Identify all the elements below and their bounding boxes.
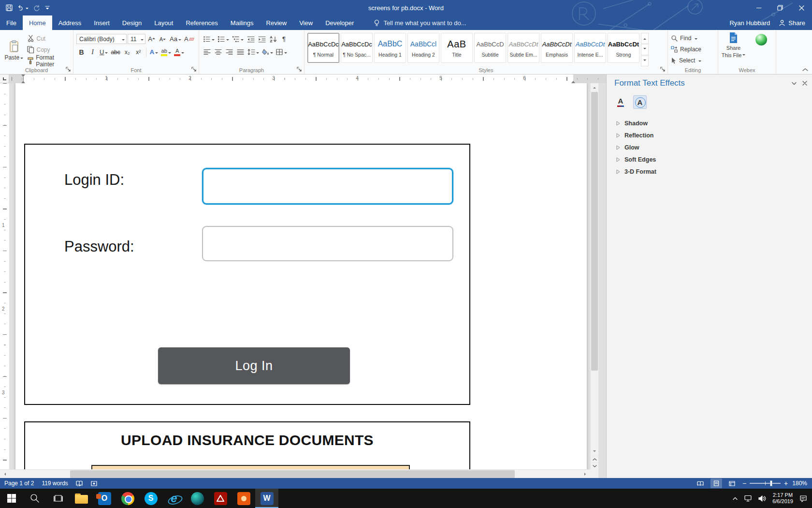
- vertical-scroll-thumb[interactable]: [591, 92, 598, 371]
- close-button[interactable]: [791, 0, 812, 15]
- internet-explorer-button[interactable]: [162, 489, 186, 508]
- next-page-button[interactable]: [591, 463, 598, 469]
- ribbon-tab[interactable]: Design: [116, 15, 148, 30]
- chrome-button[interactable]: [116, 489, 139, 508]
- password-field[interactable]: [202, 226, 453, 261]
- share-button[interactable]: Share: [779, 19, 805, 27]
- subscript-button[interactable]: x₂: [122, 47, 132, 58]
- find-button[interactable]: Find: [671, 33, 715, 43]
- shading-button[interactable]: [261, 47, 274, 58]
- orange-app-button[interactable]: [232, 489, 255, 508]
- ribbon-tab[interactable]: Address: [52, 15, 88, 30]
- vertical-scroll-track[interactable]: [591, 91, 598, 448]
- numbering-button[interactable]: [217, 34, 230, 45]
- align-left-button[interactable]: [202, 47, 212, 58]
- action-center-icon[interactable]: [799, 495, 807, 502]
- clear-formatting-button[interactable]: A: [183, 34, 195, 45]
- collapse-ribbon-button[interactable]: [802, 68, 808, 72]
- replace-button[interactable]: Replace: [671, 45, 715, 54]
- horizontal-scroll-track[interactable]: [8, 470, 581, 478]
- ribbon-tab[interactable]: Review: [260, 15, 293, 30]
- start-button[interactable]: [0, 489, 23, 508]
- strikethrough-button[interactable]: abc: [110, 47, 121, 58]
- zoom-level[interactable]: 180%: [792, 480, 807, 487]
- zoom-slider-thumb[interactable]: [770, 480, 772, 486]
- text-effects-button[interactable]: A: [149, 47, 159, 58]
- word-count[interactable]: 119 words: [42, 480, 68, 487]
- restore-button[interactable]: [769, 0, 791, 15]
- underline-button[interactable]: U: [99, 47, 109, 58]
- highlight-color-button[interactable]: ab: [160, 47, 172, 58]
- pane-close-button[interactable]: [802, 81, 807, 86]
- text-fill-outline-icon[interactable]: A: [614, 96, 627, 108]
- ribbon-tab[interactable]: Home: [23, 15, 52, 30]
- vertical-scrollbar[interactable]: [590, 83, 598, 469]
- first-line-indent-marker[interactable]: [21, 75, 25, 79]
- log-in-button[interactable]: Log In: [158, 347, 350, 384]
- scroll-down-button[interactable]: [591, 448, 598, 456]
- style-strong[interactable]: AaBbCcDtStrong: [608, 33, 639, 63]
- ribbon-tab[interactable]: File: [0, 15, 23, 30]
- macro-recording-icon[interactable]: [91, 481, 97, 486]
- outlook-button[interactable]: [93, 489, 116, 508]
- horizontal-scrollbar[interactable]: [0, 469, 590, 478]
- redo-button[interactable]: [32, 4, 41, 12]
- scroll-up-button[interactable]: [591, 83, 598, 91]
- style-subtitle[interactable]: AaBbCcDSubtitle: [474, 33, 506, 63]
- share-this-file-button[interactable]: Share This File: [721, 32, 746, 66]
- hidden-icons-chevron[interactable]: [732, 496, 738, 500]
- superscript-button[interactable]: x²: [133, 47, 144, 58]
- teal-app-button[interactable]: [186, 489, 209, 508]
- taskbar-clock[interactable]: 2:17 PM 6/6/2019: [772, 492, 793, 505]
- sort-button[interactable]: [268, 34, 278, 45]
- font-dialog-launcher[interactable]: [191, 67, 197, 72]
- print-layout-button[interactable]: [710, 478, 722, 488]
- change-case-button[interactable]: Aa: [169, 34, 182, 45]
- tell-me-box[interactable]: Tell me what you want to do...: [374, 15, 466, 30]
- select-button[interactable]: Select: [671, 56, 715, 65]
- borders-button[interactable]: [275, 47, 288, 58]
- previous-page-button[interactable]: [591, 456, 598, 463]
- zoom-out-button[interactable]: −: [742, 481, 746, 486]
- ribbon-tab[interactable]: View: [293, 15, 319, 30]
- styles-scroll-down-button[interactable]: [641, 44, 649, 55]
- show-formatting-marks-button[interactable]: ¶: [279, 34, 289, 45]
- pane-section[interactable]: Reflection: [607, 129, 812, 141]
- font-color-button[interactable]: A: [173, 47, 185, 58]
- grow-font-button[interactable]: A: [146, 34, 157, 45]
- pane-section[interactable]: Soft Edges: [607, 153, 812, 165]
- ribbon-tab[interactable]: Mailings: [224, 15, 260, 30]
- align-center-button[interactable]: [213, 47, 223, 58]
- ribbon-tab[interactable]: Layout: [148, 15, 179, 30]
- tab-stop-selector[interactable]: [0, 75, 9, 83]
- ribbon-tab[interactable]: Developer: [319, 15, 360, 30]
- styles-dialog-launcher[interactable]: [660, 67, 666, 72]
- style-title[interactable]: AaBTitle: [441, 33, 473, 63]
- horizontal-scroll-thumb[interactable]: [70, 470, 515, 478]
- bold-button[interactable]: B: [76, 47, 87, 58]
- shrink-font-button[interactable]: A: [158, 34, 168, 45]
- signed-in-user[interactable]: Ryan Hubbard: [729, 19, 770, 27]
- document-page[interactable]: Login ID: Password: Log In UPLOAD INSURA…: [15, 83, 587, 478]
- decrease-indent-button[interactable]: [246, 34, 256, 45]
- pane-menu-arrow-icon[interactable]: [792, 82, 797, 85]
- minimize-button[interactable]: [748, 0, 769, 15]
- style-subtle-emphasis[interactable]: AaBbCcDtSubtle Em...: [508, 33, 539, 63]
- line-spacing-button[interactable]: [246, 47, 260, 58]
- skype-button[interactable]: [139, 489, 162, 508]
- network-icon[interactable]: [744, 495, 752, 502]
- customize-qat-button[interactable]: [44, 4, 51, 11]
- align-right-button[interactable]: [224, 47, 234, 58]
- multilevel-list-button[interactable]: [231, 34, 245, 45]
- style-no-spacing[interactable]: AaBbCcDc¶ No Spac...: [341, 33, 373, 63]
- pane-section[interactable]: Glow: [607, 141, 812, 153]
- read-mode-button[interactable]: [695, 478, 706, 488]
- text-effects-icon[interactable]: A: [634, 96, 646, 108]
- ribbon-tab[interactable]: Insert: [87, 15, 116, 30]
- font-size-combo[interactable]: 11: [128, 34, 145, 44]
- styles-scroll-up-button[interactable]: [641, 33, 649, 44]
- paragraph-dialog-launcher[interactable]: [297, 67, 302, 72]
- style-normal[interactable]: AaBbCcDc¶ Normal: [307, 33, 339, 63]
- web-layout-button[interactable]: [726, 478, 738, 488]
- copy-button[interactable]: Copy: [27, 45, 71, 54]
